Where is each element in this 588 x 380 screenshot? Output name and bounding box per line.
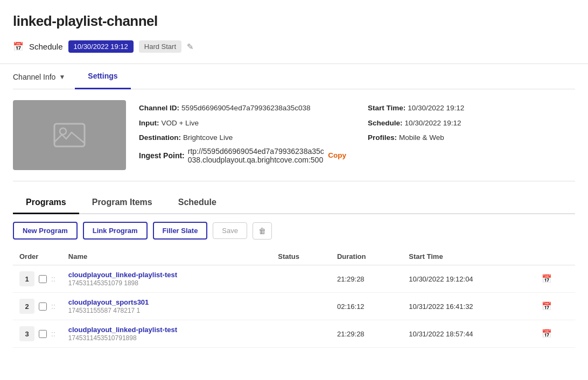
tab-schedule[interactable]: Schedule [165, 192, 229, 214]
channel-id-label: Channel ID: [139, 102, 179, 114]
table-row: 3 :: cloudplayout_linked-playlist-test 1… [13, 320, 575, 348]
profiles-value: Mobile & Web [399, 132, 444, 144]
calendar-cell-0[interactable]: 📅 [535, 265, 575, 293]
destination-label: Destination: [139, 132, 181, 144]
start-time-row: Start Time: 10/30/2022 19:12 [368, 102, 575, 114]
order-cell-2: 3 :: [13, 320, 62, 348]
col-status: Status [271, 248, 331, 265]
order-cell-1: 2 :: [13, 293, 62, 320]
channel-info-tab-label: Channel Info [13, 73, 55, 81]
edit-icon[interactable]: ✎ [187, 42, 194, 52]
col-start-time: Start Time [402, 248, 535, 265]
start-time-cell-0: 10/30/2022 19:12:04 [402, 265, 535, 293]
schedule-date-badge[interactable]: 10/30/2022 19:12 [68, 40, 134, 53]
status-cell-2 [271, 320, 331, 348]
ingest-point-value: rtp://5595d66969054ed7a79936238a35c038.c… [188, 147, 325, 164]
col-duration: Duration [331, 248, 402, 265]
table-row: 2 :: cloudplayout_sports301 174531155587… [13, 293, 575, 320]
input-row: Input: VOD + Live [139, 117, 346, 129]
calendar-cell-2[interactable]: 📅 [535, 320, 575, 348]
tabs-row: Channel Info ▼ Settings [13, 64, 575, 89]
input-label: Input: [139, 117, 159, 129]
channel-id-row: Channel ID: 5595d66969054ed7a79936238a35… [139, 102, 346, 114]
delete-button[interactable]: 🗑 [253, 222, 272, 240]
table-header-row: Order Name Status Duration Start Time [13, 248, 575, 265]
destination-value: Brightcove Live [183, 132, 233, 144]
channel-details: Channel ID: 5595d66969054ed7a79936238a35… [139, 100, 575, 170]
schedule-info-label: Schedule: [368, 117, 403, 129]
duration-cell-2: 21:29:28 [331, 320, 402, 348]
channel-id-value: 5595d66969054ed7a79936238a35c038 [181, 102, 311, 114]
program-name-link-2[interactable]: cloudplayout_linked-playlist-test [68, 326, 265, 334]
col-name: Name [62, 248, 272, 265]
calendar-icon-0[interactable]: 📅 [542, 274, 552, 283]
svg-point-1 [60, 128, 66, 135]
save-button[interactable]: Save [213, 222, 247, 239]
schedule-icon: 📅 [13, 41, 24, 52]
hard-start-badge: Hard Start [139, 40, 181, 53]
new-program-button[interactable]: New Program [13, 222, 78, 240]
order-cell-0: 1 :: [13, 265, 62, 293]
program-name-link-1[interactable]: cloudplayout_sports301 [68, 298, 265, 306]
image-placeholder-icon [53, 122, 86, 149]
schedule-info-value: 10/30/2022 19:12 [405, 117, 461, 129]
drag-handle-1[interactable]: :: [51, 302, 55, 311]
program-tabs: Programs Program Items Schedule [13, 192, 575, 214]
row-checkbox-0[interactable] [39, 275, 47, 283]
filler-slate-button[interactable]: Filler Slate [153, 222, 208, 240]
channel-info-panel: Channel ID: 5595d66969054ed7a79936238a35… [13, 89, 575, 181]
duration-cell-1: 02:16:12 [331, 293, 402, 320]
drag-handle-0[interactable]: :: [51, 275, 55, 283]
program-id-0: 174531145351079 1898 [68, 279, 138, 287]
row-checkbox-1[interactable] [39, 302, 47, 311]
ingest-point-label: Ingest Point: [139, 151, 185, 160]
profiles-label: Profiles: [368, 132, 397, 144]
program-id-1: 174531155587 478217 1 [68, 307, 140, 314]
tab-settings[interactable]: Settings [75, 64, 130, 89]
channel-thumbnail [13, 100, 126, 170]
calendar-icon-2[interactable]: 📅 [542, 329, 552, 338]
programs-table: Order Name Status Duration Start Time 1 … [13, 248, 575, 348]
table-row: 1 :: cloudplayout_linked-playlist-test 1… [13, 265, 575, 293]
calendar-icon-1[interactable]: 📅 [542, 301, 552, 311]
row-checkbox-2[interactable] [39, 330, 47, 338]
schedule-row: Schedule: 10/30/2022 19:12 [368, 117, 575, 129]
start-time-cell-2: 10/31/2022 18:57:44 [402, 320, 535, 348]
drag-handle-2[interactable]: :: [51, 329, 55, 338]
start-time-label: Start Time: [368, 102, 405, 114]
copy-button[interactable]: Copy [328, 151, 346, 159]
status-cell-1 [271, 293, 331, 320]
page-title: linked-playlist-channel [13, 13, 575, 30]
start-time-value: 10/30/2022 19:12 [408, 102, 464, 114]
tab-channel-info[interactable]: Channel Info ▼ [13, 65, 75, 89]
schedule-label: Schedule [29, 42, 63, 51]
name-cell-0: cloudplayout_linked-playlist-test 174531… [62, 265, 272, 293]
col-actions [535, 248, 575, 265]
start-time-cell-1: 10/31/2022 16:41:32 [402, 293, 535, 320]
status-cell-0 [271, 265, 331, 293]
program-id-2: 1745311453510791898 [68, 334, 137, 342]
settings-tab-label: Settings [88, 72, 117, 80]
duration-cell-0: 21:29:28 [331, 265, 402, 293]
calendar-cell-1[interactable]: 📅 [535, 293, 575, 320]
name-cell-2: cloudplayout_linked-playlist-test 174531… [62, 320, 272, 348]
action-bar: New Program Link Program Filler Slate Sa… [13, 222, 575, 240]
profiles-row: Profiles: Mobile & Web [368, 132, 575, 144]
ingest-point-row: Ingest Point: rtp://5595d66969054ed7a799… [139, 147, 346, 164]
schedule-bar: 📅 Schedule 10/30/2022 19:12 Hard Start ✎ [13, 40, 575, 53]
chevron-down-icon: ▼ [59, 73, 65, 81]
name-cell-1: cloudplayout_sports301 174531155587 4782… [62, 293, 272, 320]
destination-row: Destination: Brightcove Live [139, 132, 346, 144]
trash-icon: 🗑 [258, 227, 266, 235]
link-program-button[interactable]: Link Program [83, 222, 148, 240]
tab-program-items[interactable]: Program Items [79, 192, 165, 214]
input-value: VOD + Live [161, 117, 198, 129]
tab-programs[interactable]: Programs [13, 192, 79, 214]
program-name-link-0[interactable]: cloudplayout_linked-playlist-test [68, 271, 265, 279]
col-order: Order [13, 248, 62, 265]
